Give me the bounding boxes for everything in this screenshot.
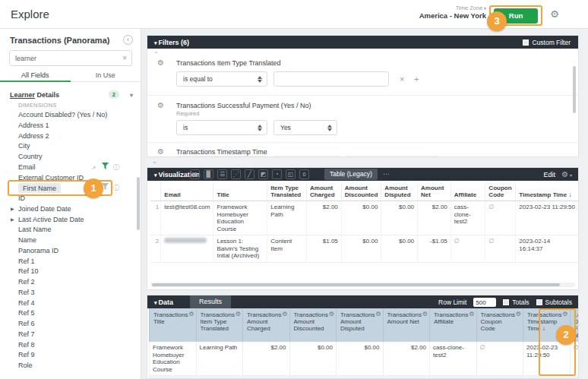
cell[interactable]: $0.00 <box>381 235 418 263</box>
data-header-bar[interactable]: Data Results Row Limit Totals Subtotals <box>147 295 578 308</box>
cell[interactable]: test@test08.com <box>161 201 213 235</box>
sidebar-field-address-2[interactable]: Address 2 <box>0 131 141 142</box>
visualization-header-bar[interactable]: Visualization ▦▉☰⋰╱◩◔◱6 Table (Legacy) ⋯… <box>147 168 578 181</box>
subtotals-checkbox[interactable] <box>536 299 542 305</box>
cell[interactable]: Learning Path <box>196 342 243 376</box>
filters-scrollbar[interactable] <box>573 66 576 113</box>
viz-horizontal-scrollbar[interactable] <box>150 283 575 287</box>
cell[interactable]: 2023-02-14 16:14:37 <box>516 235 578 263</box>
explore-settings-gear-icon[interactable]: ⚙ <box>550 8 559 20</box>
cell[interactable]: $0.00 <box>341 201 381 235</box>
cell[interactable]: $0.00 <box>341 235 381 263</box>
map-icon[interactable]: ◱ <box>286 169 296 179</box>
column-gear-icon[interactable]: ⚙ <box>469 311 474 317</box>
column-gear-icon[interactable]: ⚙ <box>188 311 194 317</box>
sidebar-field-external-customer-id[interactable]: External Customer ID <box>0 173 141 184</box>
sidebar-field-ref-4[interactable]: Ref 4 <box>0 298 141 309</box>
cell[interactable]: 2023-02-23 11:29:50 <box>523 342 571 376</box>
column-header-coupon-code[interactable]: Coupon Code <box>485 183 516 201</box>
column-header-item-type-translated[interactable]: Item Type Translated <box>267 183 307 201</box>
collapse-sidebar-icon[interactable]: ‹ <box>123 35 133 45</box>
column-header-affiliate[interactable]: Affiliate <box>450 183 485 201</box>
filter-funnel-icon[interactable] <box>102 163 109 173</box>
filter-1-operator-select[interactable]: is equal to <box>176 71 267 87</box>
cell[interactable]: $2.00 <box>418 201 451 235</box>
cell[interactable]: $2.00 <box>243 342 290 376</box>
cell[interactable]: ∅ <box>450 235 485 263</box>
cell[interactable]: $0.00 <box>289 342 337 376</box>
column-gear-icon[interactable]: ⚙ <box>375 311 381 317</box>
cell[interactable]: cass-clone-test2 <box>430 342 477 376</box>
column-gear-icon[interactable]: ⚙ <box>422 311 428 317</box>
field-search-box[interactable]: × <box>9 50 132 66</box>
sidebar-field-last-active-date-date[interactable]: ▶Last Active Date Date <box>0 215 141 226</box>
column-header-transactions-coupon-code[interactable]: Transactions Coupon Code⚙ <box>476 308 523 342</box>
column-header-amount-charged[interactable]: Amount Charged <box>307 183 342 201</box>
sidebar-field-ref-2[interactable]: Ref 2 <box>0 277 141 288</box>
filter-1-value-input[interactable] <box>273 71 389 87</box>
row-limit-input[interactable] <box>473 298 496 307</box>
cell[interactable]: $0.00 <box>337 342 384 376</box>
sidebar-field-ref-7[interactable]: Ref 7 <box>0 330 141 340</box>
sidebar-field-first-name[interactable]: First Name↳ⓘ1 <box>0 183 141 194</box>
cell[interactable]: ∅ <box>476 342 523 376</box>
cell[interactable] <box>523 376 571 379</box>
cell[interactable]: $2.00 <box>307 201 342 235</box>
column-header-transactions-amount-disputed[interactable]: Transactions Amount Disputed⚙ <box>337 308 384 342</box>
column-header-timestamp-time[interactable]: Timestamp Time ↓ <box>516 183 578 201</box>
cell[interactable]: Content Item <box>267 235 307 263</box>
cell[interactable] <box>430 376 477 379</box>
row-chart-icon[interactable]: ☰ <box>217 169 227 179</box>
column-header-transactions-title[interactable]: Transactions Title⚙ <box>150 308 197 342</box>
column-header-title[interactable]: Title <box>213 183 267 201</box>
column-header-transactions-amount-net[interactable]: Transactions Amount Net⚙ <box>383 308 430 342</box>
field-search-input[interactable] <box>15 51 114 65</box>
column-gear-icon[interactable]: ⚙ <box>562 311 567 317</box>
cell[interactable]: Framework Homebuyer Education Course <box>213 201 267 235</box>
single-value-icon[interactable]: 6 <box>299 169 309 179</box>
sidebar-scrollbar[interactable] <box>137 177 140 230</box>
tab-results[interactable]: Results <box>190 295 231 308</box>
scroll-down-caret-icon[interactable]: ⌄ <box>152 158 157 165</box>
expand-arrow-icon[interactable]: ▶ <box>11 215 14 226</box>
column-header-transactions-item-type-translated[interactable]: Transactions Item Type Translated⚙ <box>196 308 243 342</box>
sidebar-field-panorama-id[interactable]: Panorama ID <box>0 246 141 257</box>
sidebar-field-ref-1[interactable]: Ref 1 <box>0 257 141 267</box>
custom-filter-toggle[interactable]: Custom Filter <box>523 39 571 46</box>
field-group-learner-details[interactable]: Learner Details 2 ▾ <box>0 90 141 100</box>
filter-1-remove-icon[interactable]: × <box>400 74 404 84</box>
cell[interactable]: Lesson 1: Balvin's Testing Intial (Archi… <box>213 235 267 263</box>
cell[interactable]: $2.00 <box>383 342 430 376</box>
column-gear-icon[interactable]: ⚙ <box>236 311 241 317</box>
column-header-amount-net[interactable]: Amount Net <box>418 183 451 201</box>
filters-title[interactable]: Filters (6) <box>154 39 189 46</box>
sidebar-field-last-name[interactable]: Last Name <box>0 225 141 235</box>
sidebar-field-ref-9[interactable]: Ref 9 <box>0 350 141 361</box>
column-gear-icon[interactable]: ⚙ <box>516 311 521 317</box>
viz-edit-button[interactable]: Edit <box>543 171 555 178</box>
table-icon[interactable]: ▦ <box>190 169 200 179</box>
sidebar-field-ref-3[interactable]: Ref 3 <box>0 288 141 298</box>
column-header-amount-disputed[interactable]: Amount Disputed <box>381 183 418 201</box>
column-header-email[interactable]: Email <box>161 183 213 201</box>
bar-chart-icon[interactable]: ▉ <box>204 169 213 179</box>
filter-2-operator-select[interactable]: is <box>176 120 267 135</box>
scatter-icon[interactable]: ⋰ <box>231 169 241 179</box>
sidebar-field-country[interactable]: Country <box>0 152 141 163</box>
filter-3-gear-icon[interactable]: ⚙ <box>157 147 164 156</box>
column-header-transactions-amount-charged[interactable]: Transactions Amount Charged⚙ <box>243 308 290 342</box>
pie-chart-icon[interactable]: ◔ <box>272 169 282 179</box>
sidebar-field-joined-date-date[interactable]: ▶Joined Date Date <box>0 204 141 215</box>
tab-all-fields[interactable]: All Fields <box>0 71 71 82</box>
cell[interactable]: 2023-02-23 11:29:50 <box>516 201 578 235</box>
more-viz-types-icon[interactable]: ⋯ <box>383 170 390 178</box>
cell[interactable] <box>570 376 579 379</box>
sidebar-field-ref-8[interactable]: Ref 8 <box>0 340 141 351</box>
column-header-amount-discounted[interactable]: Amount Discounted <box>341 183 381 201</box>
filter-2-gear-icon[interactable]: ⚙ <box>157 101 164 109</box>
filter-1-gear-icon[interactable]: ⚙ <box>157 58 164 67</box>
chevron-down-icon[interactable]: ▾ <box>130 90 133 101</box>
sidebar-field-ref-5[interactable]: Ref 5 <box>0 308 141 319</box>
column-header-transactions-affiliate[interactable]: Transactions Affiliate⚙ <box>430 308 477 342</box>
timezone-selector[interactable]: Time Zone America - New York <box>419 5 486 20</box>
